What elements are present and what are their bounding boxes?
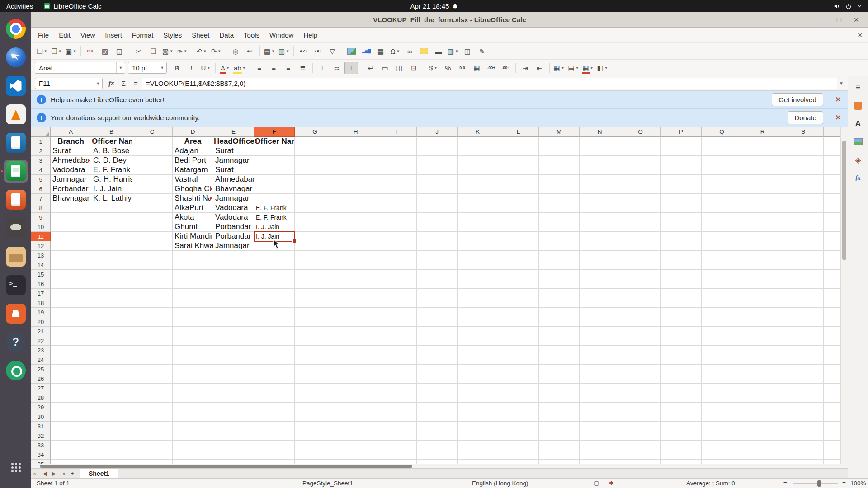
cell[interactable] <box>295 251 335 260</box>
cell[interactable] <box>783 365 824 374</box>
cell[interactable] <box>335 327 376 336</box>
cell[interactable] <box>213 460 254 464</box>
cell[interactable] <box>702 441 742 450</box>
row-header-20[interactable]: 20 <box>31 317 51 327</box>
cell[interactable] <box>742 251 783 260</box>
cell[interactable] <box>417 270 458 279</box>
cell[interactable] <box>580 460 620 464</box>
cell-E11[interactable]: Porbandar <box>213 232 254 241</box>
cell[interactable] <box>376 260 417 270</box>
center-vertically-button[interactable]: ≍ <box>330 62 344 74</box>
focused-app-indicator[interactable]: LibreOffice Calc <box>39 2 106 10</box>
cell[interactable] <box>580 308 620 317</box>
dropdown-arrow-icon[interactable]: ▼ <box>242 66 246 70</box>
cell[interactable] <box>51 270 91 279</box>
cell[interactable] <box>213 279 254 289</box>
cell[interactable] <box>458 308 498 317</box>
get-involved-button[interactable]: Get involved <box>772 93 823 106</box>
cell[interactable] <box>458 251 498 260</box>
cell[interactable] <box>742 165 783 175</box>
cell[interactable] <box>498 156 539 165</box>
dropdown-arrow-icon[interactable]: ▼ <box>44 49 47 53</box>
cell[interactable] <box>254 260 295 270</box>
cell-D2[interactable]: Adajan <box>173 146 213 156</box>
font-color-button[interactable]: A▼ <box>218 62 232 74</box>
cell[interactable] <box>783 232 824 241</box>
cell[interactable] <box>620 365 661 374</box>
cell[interactable] <box>702 270 742 279</box>
cell[interactable] <box>620 289 661 298</box>
cell[interactable] <box>91 403 132 412</box>
cell[interactable] <box>213 260 254 270</box>
cell[interactable] <box>376 346 417 355</box>
unmerge-cells-button[interactable]: ⊡ <box>407 62 421 74</box>
cell[interactable] <box>620 384 661 393</box>
cell[interactable] <box>783 279 824 289</box>
styles-tab[interactable]: A <box>850 116 866 132</box>
cell[interactable] <box>132 203 173 213</box>
cell[interactable] <box>213 317 254 327</box>
cell[interactable] <box>295 422 335 431</box>
expand-formula-bar-icon[interactable]: ▼ <box>837 81 846 86</box>
cell[interactable] <box>620 222 661 232</box>
sheet-tab-sheet1[interactable]: Sheet1 <box>80 469 118 479</box>
insert-chart-button[interactable]: ▂▅▇ <box>359 45 373 57</box>
dropdown-arrow-icon[interactable]: ▼ <box>561 66 565 70</box>
cell[interactable] <box>91 346 132 355</box>
cell[interactable] <box>498 251 539 260</box>
menu-view[interactable]: View <box>75 29 100 41</box>
column-header-Q[interactable]: Q <box>702 127 742 137</box>
insert-pivot-table-button[interactable]: ▦ <box>374 45 387 57</box>
font-name-combobox[interactable]: Arial ▼ <box>35 62 125 74</box>
cell[interactable] <box>132 374 173 384</box>
cell[interactable] <box>417 317 458 327</box>
cell-E7[interactable]: Jamnagar <box>213 194 254 203</box>
cell[interactable] <box>702 222 742 232</box>
increase-indent-button[interactable]: ⇥ <box>519 62 532 74</box>
software-launcher[interactable] <box>4 302 28 325</box>
cell[interactable] <box>173 308 213 317</box>
cell[interactable] <box>702 279 742 289</box>
format-as-percent-button[interactable]: % <box>441 62 455 74</box>
cell[interactable] <box>742 279 783 289</box>
cell[interactable] <box>335 422 376 431</box>
cell[interactable] <box>498 203 539 213</box>
cell[interactable] <box>661 184 702 194</box>
cell[interactable] <box>376 327 417 336</box>
cell[interactable] <box>742 203 783 213</box>
cell[interactable] <box>335 146 376 156</box>
cell[interactable] <box>132 336 173 346</box>
conditional-formatting-button[interactable]: ◧▼ <box>596 62 609 74</box>
cell[interactable] <box>498 165 539 175</box>
cell[interactable] <box>620 422 661 431</box>
cell[interactable] <box>458 355 498 365</box>
cell[interactable] <box>173 336 213 346</box>
cell-D6[interactable]: Ghogha Circle <box>173 184 213 194</box>
cell[interactable] <box>580 393 620 403</box>
vertical-scrollbar[interactable] <box>840 127 848 464</box>
cell[interactable] <box>620 336 661 346</box>
cell[interactable] <box>620 403 661 412</box>
cell[interactable] <box>417 289 458 298</box>
column-header-S[interactable]: S <box>783 127 824 137</box>
cell[interactable] <box>335 336 376 346</box>
cell[interactable] <box>498 412 539 422</box>
cell[interactable] <box>254 194 295 203</box>
menu-file[interactable]: File <box>33 29 54 41</box>
row-header-33[interactable]: 33 <box>31 441 51 450</box>
function-wizard-button[interactable]: fx <box>105 78 118 89</box>
cell[interactable] <box>295 441 335 450</box>
first-sheet-button[interactable]: ⇤ <box>31 470 40 477</box>
cell[interactable] <box>742 393 783 403</box>
cell-E2[interactable]: Surat <box>213 146 254 156</box>
cell[interactable] <box>173 393 213 403</box>
cell[interactable] <box>458 365 498 374</box>
cell[interactable] <box>376 156 417 165</box>
cell[interactable] <box>91 355 132 365</box>
cell[interactable] <box>580 441 620 450</box>
maximize-button[interactable]: ☐ <box>834 14 844 25</box>
cell[interactable] <box>91 251 132 260</box>
cell[interactable] <box>213 384 254 393</box>
add-decimal-place-button[interactable]: .00+ <box>485 62 498 74</box>
cell[interactable] <box>335 403 376 412</box>
